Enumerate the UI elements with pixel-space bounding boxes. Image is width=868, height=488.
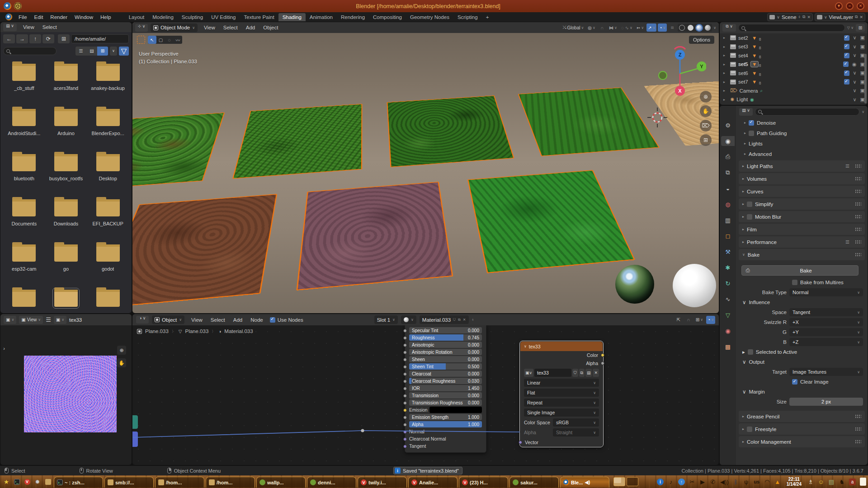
workspace-tab-animation[interactable]: Animation: [306, 13, 337, 21]
folder-bluetooth[interactable]: bluetooth: [3, 154, 45, 193]
copy-icon[interactable]: ⧉: [855, 14, 858, 19]
se-menu-add[interactable]: Add: [230, 316, 246, 324]
xray-toggle[interactable]: ⧈: [668, 23, 676, 32]
editor-type-button[interactable]: ⧉ ∨: [722, 24, 736, 32]
task-hom[interactable]: /hom...: [206, 477, 255, 488]
copy-icon[interactable]: ⧉: [458, 318, 461, 322]
outliner-scrollbar[interactable]: [864, 54, 867, 103]
shading-wireframe-button[interactable]: [679, 25, 685, 31]
properties-tab-world[interactable]: ◍: [721, 199, 735, 209]
folder-godot[interactable]: godot: [87, 244, 129, 283]
image-browse-dropdown[interactable]: ▣ ∨: [54, 316, 66, 324]
tray-play-icon[interactable]: ▶: [699, 479, 706, 485]
drag-dots-icon[interactable]: [855, 202, 861, 206]
display-size-dropdown[interactable]: ∨: [110, 47, 117, 56]
hide-eye-icon[interactable]: ∨: [853, 70, 857, 76]
properties-search-input[interactable]: [755, 108, 859, 116]
hide-eye-icon[interactable]: ∨: [853, 44, 857, 50]
filter-toggle-button[interactable]: ▽: [119, 47, 129, 56]
slot-dropdown[interactable]: Slot 1∨: [374, 315, 398, 324]
camera-view-button[interactable]: ⌦: [700, 120, 712, 131]
drag-dots-icon[interactable]: [855, 164, 861, 168]
properties-tab-object-data[interactable]: ▽: [721, 310, 735, 320]
window-shade-button[interactable]: ▼: [835, 2, 843, 10]
expand-arrow-icon[interactable]: ▸: [744, 131, 746, 135]
zoom-button[interactable]: ⊕: [117, 346, 126, 355]
tray-usb-icon[interactable]: ψ: [743, 479, 750, 485]
panel-simplify[interactable]: ▸Simplify: [739, 198, 865, 210]
vp-menu-select[interactable]: Select: [220, 24, 241, 31]
drag-dots-icon[interactable]: [855, 177, 861, 181]
image-editor[interactable]: ▣ ∨ ▣ View ∨ ☰ ▣ ∨ tex33 ⊕ ✋ ›: [0, 314, 132, 465]
drag-dots-icon[interactable]: [855, 240, 861, 244]
folder-anakey-backup[interactable]: anakey-backup: [87, 64, 129, 103]
display-horizontal-list-button[interactable]: ▤: [86, 47, 97, 56]
menu-render[interactable]: Render: [47, 14, 71, 21]
tray-smiley-icon[interactable]: ☺: [818, 479, 824, 485]
expand-arrow-icon[interactable]: ▸: [742, 215, 744, 219]
expand-arrow-icon[interactable]: ▸: [742, 227, 744, 231]
folder-blenderexpo[interactable]: BlenderExpo...: [87, 109, 129, 148]
menu-file[interactable]: File: [15, 14, 31, 21]
swizzle-b-dropdown[interactable]: +Z∨: [789, 338, 863, 346]
workspace-tab-compositing[interactable]: Compositing: [369, 13, 406, 21]
refresh-button[interactable]: ⟳: [42, 34, 54, 43]
pager-workspace-2[interactable]: [627, 477, 638, 486]
snapping-dropdown[interactable]: ⋈ ∨: [608, 23, 618, 32]
panel-bake[interactable]: ∨Bake: [739, 249, 865, 260]
influence-subpanel-label[interactable]: Influence: [749, 300, 770, 305]
navigation-gizmo[interactable]: Z Y X: [652, 46, 706, 100]
value-slider[interactable]: Clearcoat Roughness0.030: [409, 378, 482, 384]
selectable-checkbox[interactable]: [844, 35, 849, 41]
drag-dots-icon[interactable]: [855, 253, 861, 257]
forward-button[interactable]: →: [16, 34, 28, 43]
selectable-checkbox[interactable]: [844, 70, 849, 76]
select-box-button[interactable]: ▢: [156, 36, 165, 44]
keyboard-layout-indicator[interactable]: us: [754, 479, 760, 484]
panel-film[interactable]: ▸Film: [739, 224, 865, 235]
hide-eye-icon[interactable]: ∨: [853, 79, 857, 85]
active-tool-icon[interactable]: [137, 36, 145, 44]
prop-row-path-guiding[interactable]: ▸Path Guiding: [736, 128, 868, 138]
value-slider[interactable]: Emission Strength1.000: [409, 414, 482, 420]
outliner-item-set2[interactable]: ▸set2▼8∨▣: [720, 33, 868, 42]
outliner-item-light[interactable]: ▸✺Light◉∨▣: [720, 95, 868, 104]
breadcrumb-object[interactable]: Plane.033: [145, 328, 169, 334]
overlay-sphere-dropdown[interactable]: ◔ ∨: [658, 23, 667, 32]
swizzle-r-dropdown[interactable]: +X∨: [789, 318, 863, 326]
simplify-checkbox[interactable]: [747, 202, 752, 207]
transform-orientation-dropdown[interactable]: ⤯ Global ∨: [561, 23, 585, 32]
vp-menu-object[interactable]: Object: [259, 24, 282, 31]
pin-icon[interactable]: ⍭: [472, 318, 474, 322]
terrain-plane-green-bright[interactable]: [467, 170, 635, 273]
add-workspace-button[interactable]: +: [482, 13, 493, 21]
hide-eye-icon[interactable]: ∨: [853, 52, 857, 58]
mode-dropdown[interactable]: Object Mode ∨: [151, 23, 198, 32]
tray-bird-icon[interactable]: ♞: [839, 479, 845, 485]
panel-freestyle[interactable]: ▸Freestyle: [739, 423, 865, 435]
margin-size-slider[interactable]: 2 px: [789, 398, 863, 406]
value-slider[interactable]: IOR1.450: [409, 385, 482, 391]
properties-tab-render[interactable]: ◉: [721, 136, 735, 146]
expand-arrow-icon[interactable]: ▸: [723, 53, 728, 57]
properties-tab-particles[interactable]: ✱: [721, 263, 735, 272]
panel-grease-pencil[interactable]: ▸Grease Pencil: [739, 411, 865, 422]
selectable-checkbox[interactable]: [844, 79, 849, 84]
snap-grid-dropdown[interactable]: ⊞ ∨: [694, 316, 704, 324]
bake-type-dropdown[interactable]: Normal∨: [789, 288, 863, 296]
panel-motion-blur[interactable]: ▸Motion Blur: [739, 211, 865, 222]
expand-arrow-icon[interactable]: ▸: [742, 240, 744, 244]
window-close-button[interactable]: ✕: [857, 2, 864, 10]
editor-type-button[interactable]: ▤ ∨: [3, 23, 17, 31]
folder-go[interactable]: go: [45, 244, 87, 283]
expand-arrow-icon[interactable]: ▸: [723, 80, 728, 84]
outliner-item-set3[interactable]: ▸set3▼8∨▣: [720, 42, 868, 52]
selectable-checkbox[interactable]: [844, 53, 849, 58]
task-smb[interactable]: smb://...: [104, 477, 154, 488]
properties-tab-tool[interactable]: ⚙: [721, 120, 735, 130]
margin-subpanel-label[interactable]: Margin: [749, 389, 764, 394]
folder-partial[interactable]: [45, 290, 87, 313]
vp-menu-add[interactable]: Add: [242, 24, 259, 31]
prop-row-denoise[interactable]: ▸Denoise: [736, 117, 868, 128]
breadcrumb-material[interactable]: Material.033: [224, 328, 253, 334]
